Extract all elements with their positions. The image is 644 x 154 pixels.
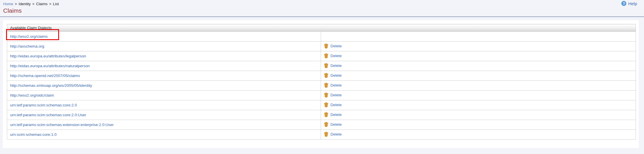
dialect-link[interactable]: http://wso2.org/claims [10, 34, 48, 39]
dialect-cell: http://wso2.org/oidc/claim [7, 91, 321, 100]
delete-label: Delete [331, 112, 342, 117]
dialect-cell: http://schema.openid.net/2007/05/claims [7, 71, 321, 81]
dialect-link[interactable]: urn:scim:schemas:core:1.0 [10, 132, 56, 137]
delete-cell [321, 32, 636, 42]
breadcrumb-separator: > [31, 2, 35, 6]
trash-icon [324, 132, 328, 137]
dialect-cell: http://axschema.org [7, 42, 321, 51]
dialect-cell: urn:scim:schemas:core:1.0 [7, 130, 321, 140]
breadcrumb: Home > Identity > Claims > List [0, 0, 644, 6]
dialect-link[interactable]: http://axschema.org [10, 44, 44, 48]
breadcrumb-separator: > [48, 2, 52, 6]
dialect-link[interactable]: http://wso2.org/oidc/claim [10, 93, 54, 97]
delete-link[interactable]: Delete [324, 122, 342, 127]
delete-link[interactable]: Delete [324, 112, 342, 117]
trash-icon [324, 73, 328, 78]
dialect-link[interactable]: urn:ietf:params:scim:schemas:extension:e… [10, 123, 114, 127]
delete-label: Delete [331, 54, 342, 58]
trash-icon [324, 93, 328, 97]
delete-link[interactable]: Delete [324, 53, 342, 58]
delete-cell: Delete [321, 130, 636, 140]
title-divider [0, 16, 644, 17]
dialect-link[interactable]: urn:ietf:params:scim:schemas:core:2.0:Us… [10, 113, 86, 117]
breadcrumb-item-identity: Identity [19, 2, 31, 6]
trash-icon [324, 63, 328, 68]
trash-icon [324, 112, 328, 117]
table-row: http://wso2.org/oidc/claim Delete [7, 91, 636, 100]
table-row: http://axschema.org Delete [7, 42, 636, 51]
trash-icon [324, 53, 328, 58]
trash-icon [324, 102, 328, 107]
help-label[interactable]: Help [628, 1, 637, 6]
dialect-link[interactable]: http://eidas.europa.eu/attributes/natura… [10, 64, 90, 68]
delete-label: Delete [331, 132, 342, 136]
table-row: urn:ietf:params:scim:schemas:core:2.0:Us… [7, 110, 636, 120]
delete-link[interactable]: Delete [324, 63, 342, 68]
dialect-link[interactable]: http://eidas.europa.eu/attributes/legalp… [10, 54, 86, 58]
dialect-cell: urn:ietf:params:scim:schemas:extension:e… [7, 120, 321, 130]
dialect-cell: urn:ietf:params:scim:schemas:core:2.0 [7, 100, 321, 110]
claim-dialects-table: Available Claim Dialects http://wso2.org… [7, 24, 636, 140]
delete-cell: Delete [321, 120, 636, 130]
table-row: http://eidas.europa.eu/attributes/natura… [7, 61, 636, 71]
table-row: http://wso2.org/claims [7, 32, 636, 42]
table-row: http://schema.openid.net/2007/05/claims … [7, 71, 636, 81]
dialect-cell: http://eidas.europa.eu/attributes/natura… [7, 61, 321, 71]
delete-cell: Delete [321, 81, 636, 91]
delete-label: Delete [331, 73, 342, 78]
trash-icon [324, 44, 328, 48]
delete-link[interactable]: Delete [324, 132, 342, 137]
help-link[interactable]: ? Help [621, 1, 637, 6]
dialect-cell: http://eidas.europa.eu/attributes/legalp… [7, 51, 321, 61]
help-question-icon: ? [621, 1, 626, 6]
delete-label: Delete [331, 63, 342, 68]
breadcrumb-item-list: List [53, 2, 59, 6]
delete-link[interactable]: Delete [324, 44, 342, 48]
trash-icon [324, 83, 328, 88]
content-panel: Available Claim Dialects http://wso2.org… [3, 20, 639, 148]
table-row: urn:scim:schemas:core:1.0 Delete [7, 130, 636, 140]
delete-link[interactable]: Delete [324, 83, 342, 88]
delete-label: Delete [331, 44, 342, 48]
delete-link[interactable]: Delete [324, 93, 342, 97]
delete-cell: Delete [321, 71, 636, 81]
page-title: Claims [3, 7, 644, 14]
delete-cell: Delete [321, 91, 636, 100]
table-row: urn:ietf:params:scim:schemas:core:2.0 De… [7, 100, 636, 110]
table-header-label: Available Claim Dialects [7, 24, 636, 32]
breadcrumb-item-home[interactable]: Home [3, 2, 13, 6]
delete-label: Delete [331, 83, 342, 87]
delete-link[interactable]: Delete [324, 73, 342, 78]
delete-cell: Delete [321, 42, 636, 51]
table-row: urn:ietf:params:scim:schemas:extension:e… [7, 120, 636, 130]
delete-cell: Delete [321, 100, 636, 110]
trash-icon [324, 122, 328, 127]
delete-label: Delete [331, 122, 342, 127]
delete-cell: Delete [321, 51, 636, 61]
delete-cell: Delete [321, 110, 636, 120]
dialect-cell: urn:ietf:params:scim:schemas:core:2.0:Us… [7, 110, 321, 120]
delete-label: Delete [331, 93, 342, 97]
table-header-row: Available Claim Dialects [7, 24, 636, 32]
table-row: http://schemas.xmlsoap.org/ws/2005/05/id… [7, 81, 636, 91]
dialect-link[interactable]: http://schemas.xmlsoap.org/ws/2005/05/id… [10, 83, 92, 88]
delete-label: Delete [331, 103, 342, 107]
dialect-cell: http://wso2.org/claims [7, 32, 321, 42]
breadcrumb-separator: > [14, 2, 18, 6]
delete-link[interactable]: Delete [324, 102, 342, 107]
delete-cell: Delete [321, 61, 636, 71]
dialect-link[interactable]: urn:ietf:params:scim:schemas:core:2.0 [10, 103, 77, 107]
breadcrumb-item-claims: Claims [36, 2, 48, 6]
dialect-cell: http://schemas.xmlsoap.org/ws/2005/05/id… [7, 81, 321, 91]
dialect-link[interactable]: http://schema.openid.net/2007/05/claims [10, 74, 80, 78]
table-row: http://eidas.europa.eu/attributes/legalp… [7, 51, 636, 61]
dialect-table-body: http://wso2.org/claims http://axschema.o… [7, 32, 636, 140]
